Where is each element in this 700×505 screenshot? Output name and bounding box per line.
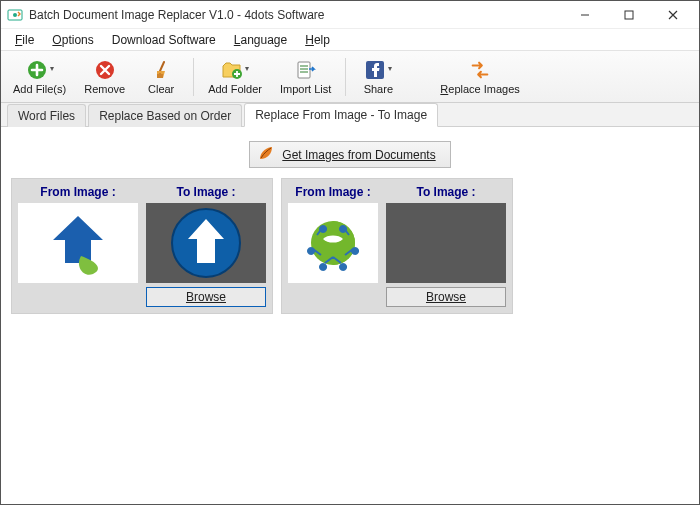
facebook-icon xyxy=(364,59,386,81)
menu-options[interactable]: Options xyxy=(44,31,101,49)
tabstrip: Word Files Replace Based on Order Replac… xyxy=(1,103,699,127)
folder-add-icon xyxy=(221,59,243,81)
minimize-button[interactable] xyxy=(563,1,607,29)
import-list-button[interactable]: Import List xyxy=(272,54,339,100)
from-image-thumb[interactable] xyxy=(18,203,138,283)
svg-rect-6 xyxy=(298,62,310,78)
get-images-label: Get Images from Documents xyxy=(282,148,435,162)
image-pairs: From Image : To Image : B xyxy=(11,178,689,314)
to-image-title: To Image : xyxy=(176,185,235,199)
to-image-cell: To Image : Browse xyxy=(386,185,506,307)
menu-file[interactable]: File xyxy=(7,31,42,49)
browse-button[interactable]: Browse xyxy=(386,287,506,307)
tab-replace-from-to[interactable]: Replace From Image - To Image xyxy=(244,103,438,127)
titlebar: Batch Document Image Replacer V1.0 - 4do… xyxy=(1,1,699,29)
tab-replace-order[interactable]: Replace Based on Order xyxy=(88,104,242,127)
menubar: File Options Download Software Language … xyxy=(1,29,699,51)
from-image-cell: From Image : xyxy=(18,185,138,307)
add-files-button[interactable]: ▾ Add File(s) xyxy=(5,54,74,100)
image-pair: From Image : To Image : B xyxy=(11,178,273,314)
remove-icon xyxy=(94,59,116,81)
to-image-title: To Image : xyxy=(416,185,475,199)
menu-download[interactable]: Download Software xyxy=(104,31,224,49)
toolbar-separator xyxy=(193,58,194,96)
toolbar: ▾ Add File(s) Remove Clear ▾ Add Folder … xyxy=(1,51,699,103)
menu-language[interactable]: Language xyxy=(226,31,295,49)
tab-content: Get Images from Documents From Image : T… xyxy=(1,127,699,504)
import-list-label: Import List xyxy=(280,83,331,95)
broom-icon xyxy=(150,59,172,81)
chevron-down-icon: ▾ xyxy=(245,64,249,73)
clear-label: Clear xyxy=(148,83,174,95)
remove-button[interactable]: Remove xyxy=(76,54,133,100)
window-title: Batch Document Image Replacer V1.0 - 4do… xyxy=(29,8,563,22)
from-image-title: From Image : xyxy=(295,185,370,199)
browse-button[interactable]: Browse xyxy=(146,287,266,307)
get-images-button[interactable]: Get Images from Documents xyxy=(249,141,450,168)
replace-images-button[interactable]: Replace Images xyxy=(432,54,528,100)
add-icon xyxy=(26,59,48,81)
from-image-title: From Image : xyxy=(40,185,115,199)
to-image-cell: To Image : Browse xyxy=(146,185,266,307)
toolbar-separator xyxy=(345,58,346,96)
add-folder-label: Add Folder xyxy=(208,83,262,95)
add-folder-button[interactable]: ▾ Add Folder xyxy=(200,54,270,100)
svg-point-1 xyxy=(13,13,17,17)
from-image-cell: From Image : xyxy=(288,185,378,307)
menu-help[interactable]: Help xyxy=(297,31,338,49)
image-pair: From Image : To Image : Browse xyxy=(281,178,513,314)
replace-label: Replace Images xyxy=(440,83,520,95)
to-image-thumb[interactable] xyxy=(146,203,266,283)
import-list-icon xyxy=(295,59,317,81)
chevron-down-icon: ▾ xyxy=(388,64,392,73)
from-image-thumb[interactable] xyxy=(288,203,378,283)
leaf-icon xyxy=(258,145,274,164)
svg-rect-2 xyxy=(625,11,633,19)
chevron-down-icon: ▾ xyxy=(50,64,54,73)
share-button[interactable]: ▾ Share xyxy=(352,54,404,100)
remove-label: Remove xyxy=(84,83,125,95)
replace-icon xyxy=(469,59,491,81)
add-files-label: Add File(s) xyxy=(13,83,66,95)
share-label: Share xyxy=(364,83,393,95)
maximize-button[interactable] xyxy=(607,1,651,29)
clear-button[interactable]: Clear xyxy=(135,54,187,100)
close-button[interactable] xyxy=(651,1,695,29)
to-image-thumb-empty[interactable] xyxy=(386,203,506,283)
app-icon xyxy=(7,7,23,23)
tab-word-files[interactable]: Word Files xyxy=(7,104,86,127)
